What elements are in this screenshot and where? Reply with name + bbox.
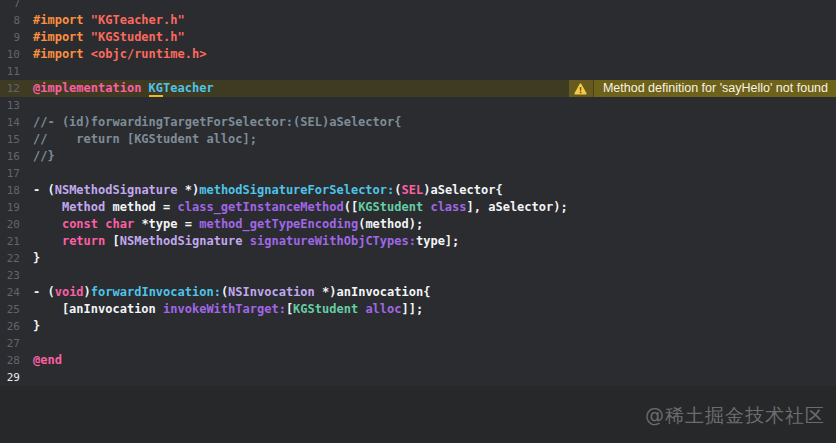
- code-text: #import "KGStudent.h": [33, 29, 185, 46]
- code-line-21[interactable]: 21 return [NSMethodSignature signatureWi…: [0, 233, 836, 250]
- line-number[interactable]: 29: [0, 369, 20, 386]
- code-text: #import <objc/runtime.h>: [33, 46, 206, 63]
- code-line-11[interactable]: 11: [0, 63, 836, 80]
- code-token: *): [178, 183, 200, 197]
- code-token: (method);: [358, 217, 423, 231]
- code-token: #import: [33, 47, 91, 61]
- code-token: invokeWithTarget:: [163, 302, 286, 316]
- code-line-23[interactable]: 23: [0, 267, 836, 284]
- warning-badge[interactable]: Method definition for 'sayHello' not fou…: [569, 80, 836, 97]
- code-text: [anInvocation invokeWithTarget:[KGStuden…: [33, 301, 423, 318]
- line-number[interactable]: 21: [0, 233, 20, 250]
- code-line-25[interactable]: 25 [anInvocation invokeWithTarget:[KGStu…: [0, 301, 836, 318]
- code-token: methodSignatureForSelector:: [199, 183, 394, 197]
- line-number[interactable]: 8: [0, 12, 20, 29]
- code-token: ): [84, 285, 91, 299]
- code-editor: 78#import "KGTeacher.h"9#import "KGStude…: [0, 0, 836, 443]
- line-number[interactable]: 9: [0, 29, 20, 46]
- code-token: ([: [344, 200, 358, 214]
- code-token: [anInvocation: [33, 302, 163, 316]
- code-token: NSMethodSignature: [55, 183, 178, 197]
- code-token: *type =: [134, 217, 199, 231]
- line-number[interactable]: 13: [0, 97, 20, 114]
- code-line-29[interactable]: 29: [0, 369, 836, 386]
- code-token: method_getTypeEncoding: [199, 217, 358, 231]
- code-token: SEL: [402, 183, 424, 197]
- code-token: //- (id)forwardingTargetForSelector:(SEL…: [33, 115, 401, 129]
- code-token: @end: [33, 353, 62, 367]
- code-line-26[interactable]: 26}: [0, 318, 836, 335]
- code-token: alloc: [365, 302, 401, 316]
- code-token: //}: [33, 149, 55, 163]
- code-token: type];: [416, 234, 459, 248]
- line-number[interactable]: 19: [0, 199, 20, 216]
- code-line-12[interactable]: 12@implementation KGTeacherMethod defini…: [0, 80, 836, 97]
- code-token: char: [105, 217, 134, 231]
- code-token: NSInvocation: [228, 285, 315, 299]
- code-token: }: [33, 319, 40, 333]
- line-number[interactable]: 12: [0, 80, 20, 97]
- warning-triangle-icon: [569, 80, 594, 97]
- line-number[interactable]: 17: [0, 165, 20, 182]
- code-line-10[interactable]: 10#import <objc/runtime.h>: [0, 46, 836, 63]
- line-number[interactable]: 25: [0, 301, 20, 318]
- line-number[interactable]: 14: [0, 114, 20, 131]
- code-line-27[interactable]: 27: [0, 335, 836, 352]
- line-number[interactable]: 23: [0, 267, 20, 284]
- code-token: ]];: [402, 302, 424, 316]
- code-line-20[interactable]: 20 const char *type = method_getTypeEnco…: [0, 216, 836, 233]
- code-line-28[interactable]: 28@end: [0, 352, 836, 369]
- code-token: void: [55, 285, 84, 299]
- code-token: NSMethodSignature: [120, 234, 243, 248]
- code-token: - (: [33, 183, 55, 197]
- code-text: }: [33, 318, 40, 335]
- code-token: <objc/runtime.h>: [91, 47, 207, 61]
- code-line-14[interactable]: 14//- (id)forwardingTargetForSelector:(S…: [0, 114, 836, 131]
- code-line-19[interactable]: 19 Method method = class_getInstanceMeth…: [0, 199, 836, 216]
- code-token: [33, 234, 62, 248]
- code-text: @implementation KGTeacher: [33, 80, 214, 97]
- code-token: [33, 200, 62, 214]
- code-line-9[interactable]: 9#import "KGStudent.h": [0, 29, 836, 46]
- line-number[interactable]: 22: [0, 250, 20, 267]
- line-number[interactable]: 27: [0, 335, 20, 352]
- code-token: const: [62, 217, 98, 231]
- code-text: return [NSMethodSignature signatureWithO…: [33, 233, 459, 250]
- line-number[interactable]: 20: [0, 216, 20, 233]
- line-number[interactable]: 18: [0, 182, 20, 199]
- code-token: }: [33, 251, 40, 265]
- line-number[interactable]: 10: [0, 46, 20, 63]
- code-token: (: [394, 183, 401, 197]
- code-line-7[interactable]: 7: [0, 0, 836, 12]
- line-number[interactable]: 26: [0, 318, 20, 335]
- code-token: [243, 234, 250, 248]
- code-token: // return [KGStudent alloc];: [33, 132, 257, 146]
- code-token: [: [105, 234, 119, 248]
- code-line-8[interactable]: 8#import "KGTeacher.h": [0, 12, 836, 29]
- code-lines-container[interactable]: 78#import "KGTeacher.h"9#import "KGStude…: [0, 0, 836, 386]
- code-line-18[interactable]: 18- (NSMethodSignature *)methodSignature…: [0, 182, 836, 199]
- code-token: forwardInvocation:: [91, 285, 221, 299]
- line-number[interactable]: 28: [0, 352, 20, 369]
- line-number[interactable]: 7: [0, 0, 20, 12]
- code-line-17[interactable]: 17: [0, 165, 836, 182]
- code-line-22[interactable]: 22}: [0, 250, 836, 267]
- code-token: class: [430, 200, 466, 214]
- code-line-16[interactable]: 16//}: [0, 148, 836, 165]
- code-token: Teacher: [163, 81, 214, 95]
- code-token: *)anInvocation{: [315, 285, 431, 299]
- code-line-13[interactable]: 13: [0, 97, 836, 114]
- code-text: - (void)forwardInvocation:(NSInvocation …: [33, 284, 430, 301]
- code-token: class_getInstanceMethod: [178, 200, 344, 214]
- code-line-24[interactable]: 24- (void)forwardInvocation:(NSInvocatio…: [0, 284, 836, 301]
- code-line-15[interactable]: 15// return [KGStudent alloc];: [0, 131, 836, 148]
- code-token: signatureWithObjCTypes:: [250, 234, 416, 248]
- warning-message: Method definition for 'sayHello' not fou…: [594, 80, 836, 97]
- line-number[interactable]: 16: [0, 148, 20, 165]
- line-number[interactable]: 15: [0, 131, 20, 148]
- code-text: //- (id)forwardingTargetForSelector:(SEL…: [33, 114, 401, 131]
- code-token: return: [62, 234, 105, 248]
- code-text: // return [KGStudent alloc];: [33, 131, 257, 148]
- line-number[interactable]: 11: [0, 63, 20, 80]
- line-number[interactable]: 24: [0, 284, 20, 301]
